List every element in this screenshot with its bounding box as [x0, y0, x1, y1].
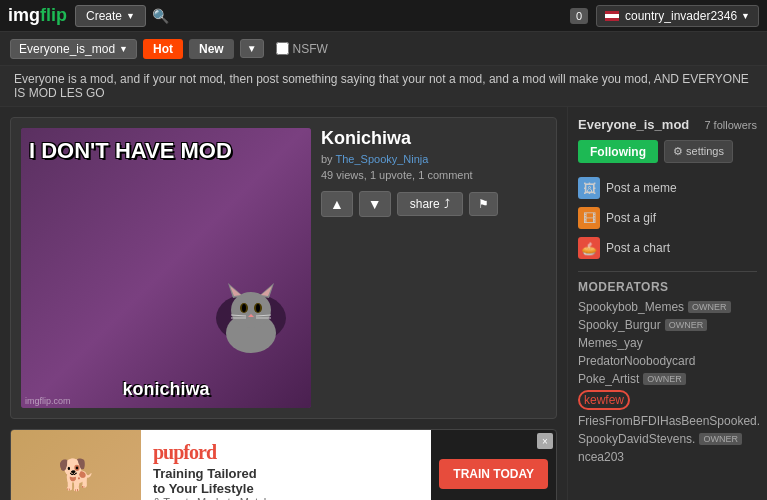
- ad-image: 🐕: [11, 430, 141, 500]
- mod-row[interactable]: Spookybob_MemesOWNER: [578, 298, 757, 316]
- mod-name: Spooky_Burgur: [578, 318, 661, 332]
- meme-stats: 49 views, 1 upvote, 1 comment: [321, 169, 546, 181]
- owner-badge: OWNER: [699, 433, 742, 445]
- flag-icon: [605, 11, 619, 21]
- moderators-list: Spookybob_MemesOWNERSpooky_BurgurOWNERMe…: [578, 298, 757, 466]
- mod-highlighted-name: kewfew: [578, 390, 630, 410]
- post-chart-icon: 🥧: [578, 237, 600, 259]
- post-meme-icon: 🖼: [578, 177, 600, 199]
- username-label: country_invader2346: [625, 9, 737, 23]
- post-gif-icon: 🎞: [578, 207, 600, 229]
- meme-image-inner: I DON'T HAVE MOD: [21, 128, 311, 408]
- tab-hot[interactable]: Hot: [143, 39, 183, 59]
- mod-name: Spookybob_Memes: [578, 300, 684, 314]
- post-chart-label: Post a chart: [606, 241, 670, 255]
- cat-illustration: [211, 268, 291, 368]
- sidebar-community-name: Everyone_is_mod: [578, 117, 689, 132]
- ad-logo: pupford: [153, 441, 419, 464]
- main-content: I DON'T HAVE MOD: [0, 107, 767, 500]
- svg-point-10: [256, 304, 260, 312]
- search-icon[interactable]: 🔍: [152, 8, 169, 24]
- share-button[interactable]: share ⤴: [397, 192, 463, 216]
- following-button[interactable]: Following: [578, 140, 658, 163]
- followers-count: 7 followers: [704, 119, 757, 131]
- watermark: imgflip.com: [25, 396, 71, 406]
- sidebar: Everyone_is_mod 7 followers Following ⚙ …: [567, 107, 767, 500]
- author-link[interactable]: The_Spooky_Ninja: [335, 153, 428, 165]
- moderators-title: Moderators: [578, 271, 757, 294]
- ad-headline: Training Tailored: [153, 466, 419, 481]
- flag-button[interactable]: ⚑: [469, 192, 498, 216]
- subheader: Everyone_is_mod ▼ Hot New ▼ NSFW: [0, 32, 767, 66]
- nsfw-label: NSFW: [293, 42, 328, 56]
- meme-card: I DON'T HAVE MOD: [10, 117, 557, 419]
- create-button[interactable]: Create ▼: [75, 5, 146, 27]
- community-name: Everyone_is_mod: [19, 42, 115, 56]
- description-text: Everyone is a mod, and if your not mod, …: [14, 72, 753, 100]
- meme-top-text: I DON'T HAVE MOD: [21, 138, 311, 164]
- share-icon: ⤴: [444, 197, 450, 211]
- mod-name: PredatorNoobodycard: [578, 354, 695, 368]
- post-meme-label: Post a meme: [606, 181, 677, 195]
- owner-badge: OWNER: [643, 373, 686, 385]
- mod-row[interactable]: kewfew: [578, 388, 757, 412]
- meme-info: Konichiwa by The_Spooky_Ninja 49 views, …: [321, 128, 546, 408]
- mod-row[interactable]: ncea203: [578, 448, 757, 466]
- header-right: 0 country_invader2346 ▼: [570, 5, 759, 27]
- meme-image[interactable]: I DON'T HAVE MOD: [21, 128, 311, 408]
- mod-row[interactable]: Spooky_BurgurOWNER: [578, 316, 757, 334]
- user-arrow-icon: ▼: [741, 11, 750, 21]
- ad-banner: 🐕 pupford Training Tailored to Your Life…: [10, 429, 557, 500]
- share-label: share: [410, 197, 440, 211]
- owner-badge: OWNER: [688, 301, 731, 313]
- mod-name: FriesFromBFDIHasBeenSpooked.: [578, 414, 760, 428]
- tab-new[interactable]: New: [189, 39, 234, 59]
- mod-name: Memes_yay: [578, 336, 643, 350]
- post-gif-action[interactable]: 🎞 Post a gif: [578, 203, 757, 233]
- ad-subtext: & Treats Made to Match: [153, 496, 419, 501]
- mod-row[interactable]: FriesFromBFDIHasBeenSpooked.: [578, 412, 757, 430]
- owner-badge: OWNER: [665, 319, 708, 331]
- header: imgflip Create ▼ 🔍 0 country_invader2346…: [0, 0, 767, 32]
- mod-row[interactable]: PredatorNoobodycard: [578, 352, 757, 370]
- create-label: Create: [86, 9, 122, 23]
- sidebar-buttons: Following ⚙ settings: [578, 140, 757, 163]
- create-arrow-icon: ▼: [126, 11, 135, 21]
- flag-label: ⚑: [478, 197, 489, 211]
- meme-title: Konichiwa: [321, 128, 546, 149]
- ad-close-button[interactable]: ×: [537, 433, 553, 449]
- notification-badge[interactable]: 0: [570, 8, 588, 24]
- svg-point-2: [231, 292, 271, 328]
- mod-name: ncea203: [578, 450, 624, 464]
- post-gif-label: Post a gif: [606, 211, 656, 225]
- ad-subline: to Your Lifestyle: [153, 481, 419, 496]
- community-arrow-icon: ▼: [119, 44, 128, 54]
- mod-row[interactable]: Memes_yay: [578, 334, 757, 352]
- content-area: I DON'T HAVE MOD: [0, 107, 567, 500]
- mod-row[interactable]: Poke_ArtistOWNER: [578, 370, 757, 388]
- mod-name: Poke_Artist: [578, 372, 639, 386]
- community-description: Everyone is a mod, and if your not mod, …: [0, 66, 767, 107]
- settings-button[interactable]: ⚙ settings: [664, 140, 733, 163]
- post-meme-action[interactable]: 🖼 Post a meme: [578, 173, 757, 203]
- sidebar-header: Everyone_is_mod 7 followers: [578, 117, 757, 132]
- downvote-button[interactable]: ▼: [359, 191, 391, 217]
- meme-author: by The_Spooky_Ninja: [321, 153, 546, 165]
- site-logo[interactable]: imgflip: [8, 5, 67, 26]
- mod-name: SpookyDavidStevens.: [578, 432, 695, 446]
- post-chart-action[interactable]: 🥧 Post a chart: [578, 233, 757, 263]
- sort-dropdown[interactable]: ▼: [240, 39, 264, 58]
- user-menu-button[interactable]: country_invader2346 ▼: [596, 5, 759, 27]
- sidebar-post-actions: 🖼 Post a meme 🎞 Post a gif 🥧 Post a char…: [578, 173, 757, 263]
- community-button[interactable]: Everyone_is_mod ▼: [10, 39, 137, 59]
- nsfw-checkbox[interactable]: [276, 42, 289, 55]
- nsfw-filter: NSFW: [276, 42, 328, 56]
- mod-row[interactable]: SpookyDavidStevens.OWNER: [578, 430, 757, 448]
- upvote-button[interactable]: ▲: [321, 191, 353, 217]
- ad-cta-button[interactable]: TRAIN TODAY: [439, 459, 548, 489]
- svg-point-9: [242, 304, 246, 312]
- ad-content: pupford Training Tailored to Your Lifest…: [141, 430, 431, 500]
- meme-actions: ▲ ▼ share ⤴ ⚑: [321, 191, 546, 217]
